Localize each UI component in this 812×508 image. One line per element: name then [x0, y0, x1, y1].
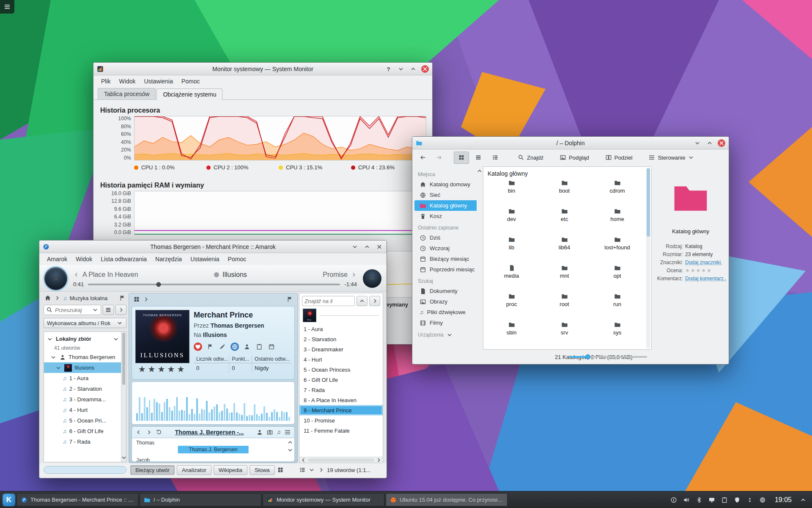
scroll-left-icon[interactable] [300, 457, 307, 464]
menu-pomoc[interactable]: Pomoc [177, 77, 204, 86]
edit-track-icon[interactable] [218, 342, 227, 351]
track-icon[interactable]: ♫ [277, 429, 281, 435]
playlist-search-options-button[interactable] [369, 296, 380, 306]
clock[interactable]: 19:05 [775, 496, 792, 504]
folder-item[interactable]: sys [591, 321, 644, 350]
collapse-icon[interactable] [112, 336, 119, 342]
folder-item[interactable]: root [538, 293, 591, 321]
network-icon[interactable] [759, 496, 766, 504]
chevron-right-icon[interactable] [318, 467, 324, 473]
view-compact-button[interactable] [471, 152, 486, 164]
stats-icon[interactable] [255, 342, 263, 351]
tray-expand-icon[interactable] [799, 496, 807, 504]
back-button[interactable] [416, 152, 430, 164]
bookmark-icon[interactable] [119, 295, 126, 301]
playlist-item-current[interactable]: 9 - Merchant Prince [299, 405, 383, 415]
browser-forward-button[interactable] [115, 305, 126, 315]
file-item[interactable]: media [485, 265, 538, 293]
lyrics-body[interactable]: Thomas Thomas J. Bergersen Jacob [132, 438, 294, 461]
seek-slider[interactable] [88, 284, 340, 285]
desktop-menu-button[interactable] [0, 0, 14, 14]
album-node[interactable]: Illusions [44, 362, 126, 373]
tab-current-track[interactable]: Bieżący utwór [130, 465, 175, 475]
tab-analyzer[interactable]: Analizator [177, 465, 211, 475]
folder-item[interactable]: cdrom [591, 179, 644, 208]
folder-item[interactable]: sbin [485, 321, 538, 350]
preview-button[interactable]: Podgląd [556, 152, 593, 164]
rating-stars[interactable]: ★★★★★ [685, 268, 726, 273]
playlist-item[interactable]: 8 - A Place In Heaven [299, 395, 383, 405]
track-item[interactable]: ♫1 - Aura [44, 373, 126, 384]
minimize-button[interactable] [351, 243, 359, 251]
menu-widok[interactable]: Widok [71, 254, 96, 264]
folder-item[interactable]: bin [485, 179, 538, 208]
task-amarok[interactable]: Thomas Bergersen - Merchant Prince :: Am… [16, 493, 138, 506]
playlist-search-up-button[interactable] [357, 296, 368, 306]
tree-scrollbar[interactable] [121, 332, 126, 462]
browser-options-button[interactable] [103, 305, 114, 315]
security-icon[interactable] [733, 496, 741, 504]
playlist-item[interactable]: 5 - Ocean Princess [299, 364, 383, 375]
folder-item[interactable]: lib [485, 236, 538, 265]
playlist-item[interactable]: 2 - Starvation [299, 334, 383, 344]
task-notification[interactable]: Ubuntu 15.04 już dostępne. Co przynosi W… [386, 493, 508, 506]
minimize-button[interactable] [693, 139, 701, 147]
playlist-item[interactable]: 7 - Rada [299, 385, 383, 395]
folder-view-scrollbar[interactable] [646, 168, 650, 348]
playlist-item[interactable]: 3 - Dreammaker [299, 344, 383, 354]
bookmark-icon[interactable] [286, 296, 293, 303]
zoom-handle[interactable] [585, 354, 590, 359]
album-art[interactable]: THOMAS BERGERSEN ILLUSIONS [135, 310, 189, 363]
places-scrollbar[interactable] [477, 166, 482, 364]
folder-item[interactable]: mnt [538, 265, 591, 293]
playlist-item[interactable]: 11 - Femme Fatale [299, 425, 383, 436]
applet-config-icon[interactable] [277, 467, 284, 473]
folder-item[interactable]: etc [538, 208, 591, 236]
recent-last-month[interactable]: Poprzedni miesiąc [414, 264, 477, 275]
pause-button[interactable] [44, 267, 67, 290]
previous-track[interactable]: A Place In Heaven [73, 271, 138, 279]
menu-ustawienia[interactable]: Ustawienia [140, 77, 177, 86]
amarok-titlebar[interactable]: Thomas Bergersen - Merchant Prince :: Am… [39, 240, 387, 253]
flag-icon[interactable] [206, 342, 214, 351]
dolphin-titlebar[interactable]: / – Dolphin [412, 137, 729, 149]
task-dolphin[interactable]: / – Dolphin [140, 493, 261, 506]
track-rating[interactable]: ★★★★★ [138, 365, 187, 373]
add-comment-link[interactable]: Dodaj komentarz... [685, 276, 726, 282]
close-button[interactable] [375, 243, 383, 251]
playlist-search[interactable] [302, 296, 355, 306]
playlist-item[interactable]: 10 - Promise [299, 415, 383, 425]
view-icons-button[interactable] [454, 152, 469, 164]
menu-amarok[interactable]: Amarok [43, 254, 71, 264]
menu-playlist[interactable]: Lista odtwarzania [96, 254, 151, 264]
recent-today[interactable]: Dziś [414, 232, 477, 243]
calendar-icon[interactable] [267, 342, 276, 351]
chevron-down-icon[interactable] [308, 467, 315, 473]
menu-widok[interactable]: Widok [115, 77, 140, 86]
track-item[interactable]: ♫5 - Ocean Pri... [44, 415, 126, 426]
forward-icon[interactable] [145, 429, 152, 436]
track-item[interactable]: ♫7 - Rada [44, 436, 126, 447]
folder-item[interactable]: run [591, 293, 644, 321]
search-audio[interactable]: ♫Pliki dźwiękowe [414, 307, 477, 318]
expand-icon[interactable] [50, 354, 57, 361]
tab-wikipedia[interactable]: Wikipedia [214, 465, 247, 475]
artist-icon[interactable] [243, 342, 251, 351]
recent-this-month[interactable]: Bieżący miesiąc [414, 254, 477, 264]
place-home[interactable]: Katalog domowy [414, 179, 477, 190]
folder-item[interactable]: proc [485, 293, 538, 321]
find-button[interactable]: Znajdź [514, 152, 547, 164]
expand-icon[interactable] [55, 364, 62, 371]
display-icon[interactable] [708, 496, 716, 504]
track-item[interactable]: ♫6 - Gift Of Life [44, 426, 126, 436]
menu-pomoc[interactable]: Pomoc [224, 254, 251, 264]
zoom-slider[interactable] [569, 356, 647, 358]
context-home-icon[interactable] [133, 296, 140, 303]
collection-root[interactable]: Lokalny zbiór [44, 334, 126, 344]
track-item[interactable]: ♫2 - Starvation [44, 384, 126, 394]
playlist-layout-icon[interactable] [299, 467, 306, 473]
menu-narzedzia[interactable]: Narzędzia [151, 254, 186, 264]
clipboard-icon[interactable] [721, 496, 728, 504]
view-details-button[interactable] [488, 152, 503, 164]
info-icon[interactable] [670, 496, 678, 504]
